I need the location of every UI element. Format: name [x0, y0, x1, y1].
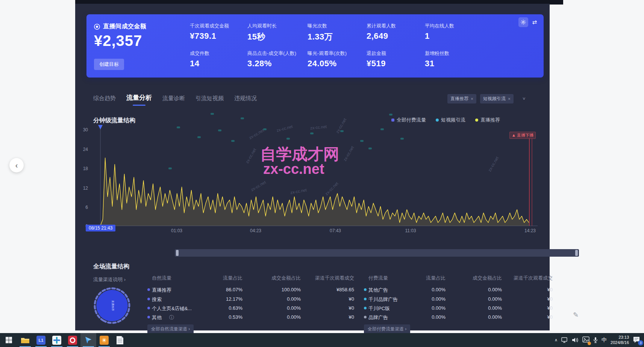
column-header: 成交金额占比: [457, 275, 502, 282]
channel-name: 千川品牌广告: [368, 296, 398, 303]
taskbar-app-notepad[interactable]: [112, 333, 128, 347]
tab-violations[interactable]: 违规情况: [234, 95, 257, 105]
table-row[interactable]: 个人主页&店铺&... 0.63% 0.00% ¥0: [147, 305, 354, 313]
tray-snip-tool[interactable]: [582, 336, 589, 344]
slider-left-handle[interactable]: [176, 250, 179, 256]
image-icon: [582, 336, 589, 342]
channel-help-label: 流量渠道说明: [93, 277, 123, 282]
kpi-metric: 千次观看成交金额 ¥739.1: [190, 23, 247, 43]
gmv-share: 0.00%: [457, 305, 502, 311]
filter-tag-short-video[interactable]: 短视频引流 ×: [480, 94, 514, 103]
event-label: 直播下播: [517, 133, 533, 137]
chevron-down-icon[interactable]: ˅: [517, 95, 531, 102]
filter-tag-live-recommend[interactable]: 直播推荐 ×: [447, 94, 476, 103]
chevron-left-icon: ‹: [15, 161, 18, 170]
channel-dot: [364, 316, 367, 318]
metric-value: 31: [425, 59, 474, 68]
channel-help-link[interactable]: 流量渠道说明 ›: [93, 276, 126, 283]
session-structure-title: 全场流量结构: [93, 263, 129, 271]
notepad-icon: [116, 336, 124, 345]
info-icon[interactable]: ⓘ: [169, 314, 174, 321]
x-tick: 07:43: [324, 228, 347, 233]
tab-short-video[interactable]: 引流短视频: [195, 95, 224, 105]
legend-label: 全部付费流量: [397, 117, 426, 123]
page-edit-pencil-icon[interactable]: ✎: [573, 311, 579, 319]
y-tick: 30: [80, 127, 88, 132]
table-row[interactable]: 直播推荐 86.07% 100.00% ¥858.65: [147, 287, 354, 294]
tab-traffic-diagnosis[interactable]: 流量诊断: [162, 95, 185, 105]
all-paid-channels-link[interactable]: 全部付费流量渠道 ›: [364, 324, 410, 334]
table-row[interactable]: 千川PC版 0.00% 0.00% ¥0: [364, 305, 553, 313]
card-settings-button[interactable]: [518, 17, 528, 27]
channel-filter-bar: 直播推荐 × 短视频引流 × ˅: [447, 94, 531, 103]
column-header: 付费流量: [368, 275, 388, 282]
table-row[interactable]: 其他广告 0.00% 0.00% ¥0: [364, 287, 553, 294]
taskbar-app-browser-active[interactable]: [80, 333, 96, 347]
per-mille-gmv: ¥0: [498, 305, 553, 311]
l1-app-icon: L1: [36, 336, 45, 345]
metric-label: 新增粉丝数: [425, 50, 474, 57]
table-row[interactable]: 千川品牌广告 0.00% 0.00% ¥0: [364, 296, 553, 304]
legend-label: 短视频引流: [441, 117, 465, 123]
taskbar-app-teal-cross[interactable]: [49, 333, 65, 347]
taskbar-app-orange[interactable]: [96, 333, 112, 347]
channel-dot: [364, 288, 367, 291]
tray-clock[interactable]: 23:13 2024/8/16: [611, 335, 629, 345]
arrow-right-icon: ›: [124, 277, 126, 282]
per-mille-gmv: ¥0: [498, 314, 553, 320]
kpi-metric: 退款金额 ¥519: [367, 50, 425, 68]
chart-range-slider[interactable]: [175, 249, 579, 257]
legend-marker: [475, 119, 478, 122]
network-icon[interactable]: [561, 337, 568, 343]
x-tick: 11:03: [399, 228, 422, 233]
volume-icon[interactable]: [572, 337, 579, 343]
tray-expand-chevron-icon[interactable]: ∧: [555, 338, 558, 342]
table-row[interactable]: 搜索 12.17% 0.00% ¥0: [147, 296, 354, 304]
close-icon[interactable]: ×: [508, 96, 511, 102]
taskbar-file-explorer[interactable]: [17, 333, 33, 347]
windows-logo-icon: [6, 337, 12, 343]
create-goal-button[interactable]: 创建目标: [94, 59, 124, 70]
legend-marker: [436, 119, 439, 122]
windows-taskbar: L1: [0, 333, 644, 347]
ime-indicator[interactable]: 中: [602, 337, 607, 344]
kpi-metric: 人均观看时长 15秒: [247, 23, 308, 43]
channel-name: 直播推荐: [152, 287, 171, 294]
microphone-icon[interactable]: [593, 337, 598, 343]
metric-label: 退款金额: [367, 50, 425, 57]
per-mille-gmv: ¥0: [300, 314, 354, 320]
column-header: 渠道千次观看成交: [300, 275, 354, 282]
gmv-share: 0.00%: [457, 296, 502, 302]
kpi-banner-card: 直播间成交金额 ¥2,357 创建目标 千次观看成交金额 ¥739.1 人均观看…: [86, 14, 544, 78]
traffic-donut-chart[interactable]: 直播推荐: [92, 285, 132, 324]
legend-paid-traffic[interactable]: 全部付费流量: [391, 117, 426, 123]
start-button[interactable]: [0, 333, 17, 347]
close-icon[interactable]: ×: [471, 96, 473, 102]
taskbar-app-l1[interactable]: L1: [33, 333, 49, 347]
notification-count-badge: 3: [638, 340, 643, 345]
metric-label: 人均观看时长: [247, 23, 308, 29]
analysis-tabs: 综合趋势 流量分析 流量诊断 引流短视频 违规情况: [93, 93, 257, 105]
metric-label: 商品点击-成交率(人数): [247, 50, 308, 57]
tab-overall-trend[interactable]: 综合趋势: [93, 95, 116, 105]
slider-right-handle[interactable]: [575, 250, 578, 256]
blue-pointer-app-icon: [84, 336, 92, 344]
table-row[interactable]: 其他 ⓘ 0.53% 0.00% ¥0: [147, 314, 354, 322]
legend-short-video[interactable]: 短视频引流: [436, 117, 465, 123]
per-mille-gmv: ¥0: [300, 305, 354, 311]
action-center-button[interactable]: 3: [633, 336, 642, 345]
taskbar-app-red-o[interactable]: [65, 333, 80, 347]
warning-icon: ▲: [512, 133, 516, 137]
table-row[interactable]: 品牌广告 0.00% 0.00% ¥0: [364, 314, 553, 322]
back-button[interactable]: ‹: [9, 158, 24, 172]
legend-live-recommend[interactable]: 直播推荐: [475, 117, 500, 123]
column-header: 成交金额占比: [256, 275, 301, 282]
traffic-share: 0.00%: [408, 305, 445, 311]
metric-label: 累计观看人数: [367, 23, 425, 29]
live-dashboard-window: 直播间成交金额 ¥2,357 创建目标 千次观看成交金额 ¥739.1 人均观看…: [75, 4, 550, 330]
all-natural-channels-link[interactable]: 全部自然流量渠道 ›: [147, 324, 194, 334]
tab-traffic-analysis[interactable]: 流量分析: [126, 93, 152, 105]
swap-metrics-icon[interactable]: ⇄: [532, 19, 537, 26]
channel-name: 千川PC版: [368, 305, 390, 312]
x-first-tick-chip[interactable]: 08/15 21:43: [86, 225, 115, 231]
